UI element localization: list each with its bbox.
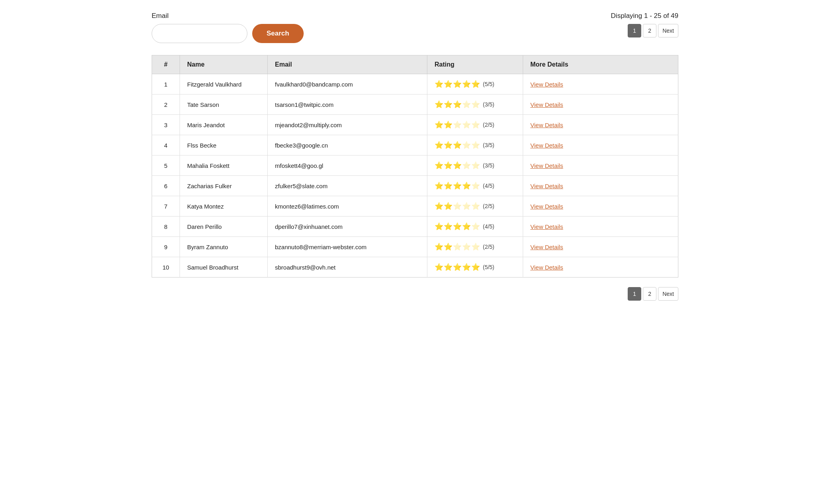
email-label: Email bbox=[152, 12, 304, 20]
cell-rating: ⭐⭐⭐⭐⭐(4/5) bbox=[427, 217, 523, 237]
view-details-link[interactable]: View Details bbox=[530, 244, 563, 250]
cell-details: View Details bbox=[523, 176, 678, 196]
cell-details: View Details bbox=[523, 196, 678, 217]
view-details-link[interactable]: View Details bbox=[530, 264, 563, 271]
rating-text: (3/5) bbox=[483, 142, 494, 148]
cell-name: Katya Montez bbox=[180, 196, 268, 217]
stars-icon: ⭐⭐⭐⭐⭐ bbox=[435, 202, 480, 211]
bottom-pagination: 1 2 Next bbox=[628, 287, 678, 301]
cell-details: View Details bbox=[523, 74, 678, 94]
stars-icon: ⭐⭐⭐⭐⭐ bbox=[435, 120, 480, 129]
top-pagination: 1 2 Next bbox=[628, 24, 678, 37]
next-button-top[interactable]: Next bbox=[658, 24, 678, 37]
cell-num: 3 bbox=[152, 115, 180, 135]
cell-email: kmontez6@latimes.com bbox=[268, 196, 427, 217]
stars-icon: ⭐⭐⭐⭐⭐ bbox=[435, 161, 480, 170]
cell-num: 4 bbox=[152, 135, 180, 156]
cell-details: View Details bbox=[523, 115, 678, 135]
cell-num: 10 bbox=[152, 257, 180, 278]
cell-rating: ⭐⭐⭐⭐⭐(3/5) bbox=[427, 94, 523, 115]
view-details-link[interactable]: View Details bbox=[530, 223, 563, 230]
view-details-link[interactable]: View Details bbox=[530, 203, 563, 210]
bottom-page-2-button[interactable]: 2 bbox=[643, 287, 656, 301]
table-row: 5Mahalia Foskettmfoskett4@goo.gl⭐⭐⭐⭐⭐(3/… bbox=[152, 156, 678, 176]
cell-num: 5 bbox=[152, 156, 180, 176]
cell-name: Zacharias Fulker bbox=[180, 176, 268, 196]
cell-num: 6 bbox=[152, 176, 180, 196]
col-header-email: Email bbox=[268, 55, 427, 74]
cell-details: View Details bbox=[523, 237, 678, 257]
cell-rating: ⭐⭐⭐⭐⭐(5/5) bbox=[427, 257, 523, 278]
cell-name: Fitzgerald Vaulkhard bbox=[180, 74, 268, 94]
cell-name: Byram Zannuto bbox=[180, 237, 268, 257]
table-row: 2Tate Sarsontsarson1@twitpic.com⭐⭐⭐⭐⭐(3/… bbox=[152, 94, 678, 115]
cell-name: Samuel Broadhurst bbox=[180, 257, 268, 278]
rating-text: (2/5) bbox=[483, 203, 494, 209]
cell-num: 9 bbox=[152, 237, 180, 257]
rating-text: (5/5) bbox=[483, 264, 494, 270]
stars-icon: ⭐⭐⭐⭐⭐ bbox=[435, 80, 480, 89]
rating-text: (4/5) bbox=[483, 223, 494, 230]
search-button[interactable]: Search bbox=[252, 24, 304, 43]
cell-details: View Details bbox=[523, 94, 678, 115]
stars-icon: ⭐⭐⭐⭐⭐ bbox=[435, 222, 480, 231]
cell-rating: ⭐⭐⭐⭐⭐(4/5) bbox=[427, 176, 523, 196]
cell-email: sbroadhurst9@ovh.net bbox=[268, 257, 427, 278]
cell-rating: ⭐⭐⭐⭐⭐(5/5) bbox=[427, 74, 523, 94]
cell-email: zfulker5@slate.com bbox=[268, 176, 427, 196]
view-details-link[interactable]: View Details bbox=[530, 81, 563, 88]
page-1-button[interactable]: 1 bbox=[628, 24, 641, 37]
table-row: 1Fitzgerald Vaulkhardfvaulkhard0@bandcam… bbox=[152, 74, 678, 94]
display-count: Displaying 1 - 25 of 49 bbox=[611, 12, 678, 20]
stars-icon: ⭐⭐⭐⭐⭐ bbox=[435, 181, 480, 190]
cell-name: Flss Becke bbox=[180, 135, 268, 156]
bottom-page-1-button[interactable]: 1 bbox=[628, 287, 641, 301]
cell-name: Daren Perillo bbox=[180, 217, 268, 237]
cell-num: 7 bbox=[152, 196, 180, 217]
rating-text: (2/5) bbox=[483, 122, 494, 128]
cell-email: fvaulkhard0@bandcamp.com bbox=[268, 74, 427, 94]
cell-num: 2 bbox=[152, 94, 180, 115]
cell-rating: ⭐⭐⭐⭐⭐(3/5) bbox=[427, 135, 523, 156]
stars-icon: ⭐⭐⭐⭐⭐ bbox=[435, 242, 480, 251]
table-row: 6Zacharias Fulkerzfulker5@slate.com⭐⭐⭐⭐⭐… bbox=[152, 176, 678, 196]
stars-icon: ⭐⭐⭐⭐⭐ bbox=[435, 100, 480, 109]
cell-name: Mahalia Foskett bbox=[180, 156, 268, 176]
view-details-link[interactable]: View Details bbox=[530, 122, 563, 128]
col-header-name: Name bbox=[180, 55, 268, 74]
cell-rating: ⭐⭐⭐⭐⭐(3/5) bbox=[427, 156, 523, 176]
page-2-button[interactable]: 2 bbox=[643, 24, 656, 37]
cell-num: 8 bbox=[152, 217, 180, 237]
cell-email: mfoskett4@goo.gl bbox=[268, 156, 427, 176]
rating-text: (4/5) bbox=[483, 183, 494, 189]
rating-text: (3/5) bbox=[483, 162, 494, 169]
table-row: 8Daren Perillodperillo7@xinhuanet.com⭐⭐⭐… bbox=[152, 217, 678, 237]
table-row: 4Flss Beckefbecke3@google.cn⭐⭐⭐⭐⭐(3/5)Vi… bbox=[152, 135, 678, 156]
cell-details: View Details bbox=[523, 156, 678, 176]
col-header-num: # bbox=[152, 55, 180, 74]
cell-rating: ⭐⭐⭐⭐⭐(2/5) bbox=[427, 196, 523, 217]
search-input[interactable] bbox=[152, 24, 247, 43]
cell-email: fbecke3@google.cn bbox=[268, 135, 427, 156]
next-button-bottom[interactable]: Next bbox=[658, 287, 678, 301]
table-header-row: # Name Email Rating More Details bbox=[152, 55, 678, 74]
cell-num: 1 bbox=[152, 74, 180, 94]
col-header-details: More Details bbox=[523, 55, 678, 74]
cell-details: View Details bbox=[523, 257, 678, 278]
table-row: 7Katya Montezkmontez6@latimes.com⭐⭐⭐⭐⭐(2… bbox=[152, 196, 678, 217]
view-details-link[interactable]: View Details bbox=[530, 142, 563, 149]
cell-details: View Details bbox=[523, 217, 678, 237]
cell-rating: ⭐⭐⭐⭐⭐(2/5) bbox=[427, 237, 523, 257]
rating-text: (2/5) bbox=[483, 244, 494, 250]
view-details-link[interactable]: View Details bbox=[530, 183, 563, 189]
cell-details: View Details bbox=[523, 135, 678, 156]
data-table: # Name Email Rating More Details 1Fitzge… bbox=[152, 55, 678, 278]
table-row: 9Byram Zannutobzannuto8@merriam-webster.… bbox=[152, 237, 678, 257]
stars-icon: ⭐⭐⭐⭐⭐ bbox=[435, 263, 480, 272]
cell-name: Tate Sarson bbox=[180, 94, 268, 115]
view-details-link[interactable]: View Details bbox=[530, 101, 563, 108]
cell-name: Maris Jeandot bbox=[180, 115, 268, 135]
table-row: 10Samuel Broadhurstsbroadhurst9@ovh.net⭐… bbox=[152, 257, 678, 278]
stars-icon: ⭐⭐⭐⭐⭐ bbox=[435, 141, 480, 150]
view-details-link[interactable]: View Details bbox=[530, 162, 563, 169]
